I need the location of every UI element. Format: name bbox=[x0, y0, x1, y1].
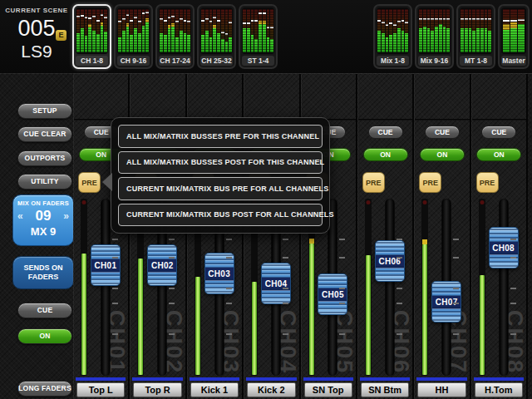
meter-bar bbox=[377, 9, 381, 52]
setup-button[interactable]: SETUP bbox=[17, 103, 72, 119]
fader-cap[interactable]: CH05 bbox=[318, 273, 347, 315]
meter-block bbox=[242, 7, 274, 54]
fader-cap[interactable]: CH02 bbox=[147, 244, 177, 286]
meter-tab-ch-1-8[interactable]: CH 1-8 bbox=[72, 4, 111, 69]
fader-scale-tick bbox=[112, 333, 118, 335]
meter-bar bbox=[76, 9, 80, 52]
meter-bar bbox=[431, 9, 434, 52]
channel-color-bar bbox=[132, 377, 182, 381]
channel-strip-ch06: CUE ON PRE CH06 CH06 SN Btm bbox=[357, 74, 414, 399]
meter-fill bbox=[366, 255, 371, 375]
fader-track[interactable] bbox=[499, 199, 508, 376]
channel-name-button[interactable]: Top R bbox=[133, 382, 181, 397]
meter-bar bbox=[118, 9, 121, 52]
fader-track[interactable] bbox=[385, 199, 394, 376]
fader-cap-ridges bbox=[262, 264, 290, 278]
mix-on-faders-panel[interactable]: MIX ON FADERS « 09 » MX 9 bbox=[12, 195, 74, 246]
meter-fill bbox=[480, 275, 485, 375]
channel-name-button[interactable]: HH bbox=[417, 382, 466, 397]
channel-cue-button[interactable]: CUE bbox=[481, 126, 516, 139]
channel-name-button[interactable]: H.Tom bbox=[475, 382, 523, 397]
channel-name-button[interactable]: Top L bbox=[76, 382, 125, 397]
channel-on-button[interactable]: ON bbox=[420, 148, 465, 161]
channel-pre-badge[interactable]: PRE bbox=[419, 172, 441, 193]
meter-bar bbox=[92, 9, 96, 52]
meter-bar bbox=[393, 9, 397, 52]
meter-bar bbox=[472, 9, 475, 52]
meter-bar bbox=[461, 9, 464, 52]
fader-zone: CH08 CH08 bbox=[472, 197, 526, 377]
meter-bar bbox=[88, 9, 91, 52]
meter-bar bbox=[435, 9, 438, 52]
channel-pre-badge[interactable]: PRE bbox=[476, 172, 499, 193]
popup-item-3[interactable]: CURRENT MIX/MATRIX BUS PRE FOR ALL CHANN… bbox=[118, 177, 323, 200]
channel-on-button[interactable]: ON bbox=[476, 148, 521, 161]
fader-scale-tick bbox=[226, 333, 232, 335]
meter-tabs-output: Mix 1-8Mix 9-16MT 1-8Master bbox=[373, 4, 530, 69]
channel-color-bar bbox=[76, 377, 126, 381]
channel-name-button[interactable]: Kick 1 bbox=[190, 382, 239, 397]
long-faders-button[interactable]: LONG FADERS bbox=[17, 381, 72, 397]
meter-tab-label: Master bbox=[501, 56, 526, 66]
popup-item-2[interactable]: ALL MIX/MATRIX BUSSES POST FOR THIS CHAN… bbox=[118, 151, 323, 175]
fader-scale-tick bbox=[339, 303, 345, 304]
fader-cap[interactable]: CH08 bbox=[489, 227, 519, 268]
meter-tab-mix-9-16[interactable]: Mix 9-16 bbox=[415, 4, 454, 69]
meter-tab-label: CH 17-24 bbox=[159, 56, 191, 66]
meter-fill bbox=[195, 277, 200, 375]
sends-on-faders-button[interactable]: SENDS ONFADERS bbox=[12, 256, 74, 289]
channel-pre-badge[interactable]: PRE bbox=[78, 172, 101, 193]
channel-strip-ch08: CUE ON PRE CH08 CH08 H.Tom bbox=[471, 74, 528, 399]
utility-button[interactable]: UTILITY bbox=[17, 174, 72, 190]
fader-track[interactable] bbox=[101, 199, 110, 376]
fader-cap-ridges bbox=[432, 307, 461, 321]
fader-cap[interactable]: CH01 bbox=[91, 244, 121, 286]
outports-button[interactable]: OUTPORTS bbox=[17, 150, 72, 166]
channel-pre-badge[interactable]: PRE bbox=[362, 172, 385, 193]
channel-name-button[interactable]: SN Btm bbox=[361, 382, 409, 397]
meter-tab-label: MT 1-8 bbox=[460, 56, 492, 66]
meter-tab-st-1-4[interactable]: ST 1-4 bbox=[239, 4, 278, 69]
fader-scale-tick bbox=[112, 239, 118, 240]
meter-block bbox=[501, 7, 526, 54]
meter-tab-mt-1-8[interactable]: MT 1-8 bbox=[456, 4, 495, 69]
fader-scale-tick bbox=[510, 288, 516, 289]
mix-prev-chevron-icon[interactable]: « bbox=[17, 210, 23, 222]
fader-cap-ridges bbox=[205, 278, 234, 293]
meter-tab-mix-1-8[interactable]: Mix 1-8 bbox=[373, 4, 412, 69]
popup-item-1[interactable]: ALL MIX/MATRIX BUSSES PRE FOR THIS CHANN… bbox=[118, 125, 323, 148]
fader-scale-tick bbox=[510, 333, 516, 335]
meter-tab-ch-17-24[interactable]: CH 17-24 bbox=[155, 4, 195, 69]
channel-on-button[interactable]: ON bbox=[363, 148, 408, 161]
sidebar-cue-button[interactable]: CUE bbox=[17, 303, 72, 318]
meter-bar bbox=[254, 9, 258, 52]
meter-bar bbox=[401, 9, 405, 52]
fader-cap[interactable]: CH04 bbox=[261, 263, 291, 304]
channel-cue-button[interactable]: CUE bbox=[425, 126, 460, 139]
meter-fill bbox=[81, 254, 86, 375]
meter-tab-master[interactable]: Master bbox=[498, 4, 530, 69]
meter-bar bbox=[160, 9, 163, 52]
cue-clear-button[interactable]: CUE CLEAR bbox=[17, 126, 72, 142]
fader-scale-tick bbox=[283, 239, 288, 240]
mix-next-chevron-icon[interactable]: » bbox=[63, 210, 69, 222]
meter-bar bbox=[164, 9, 167, 52]
fader-cap[interactable]: CH06 bbox=[375, 240, 405, 282]
meter-bar bbox=[251, 9, 254, 52]
channel-name-button[interactable]: SN Top bbox=[304, 382, 352, 397]
channel-cue-button[interactable]: CUE bbox=[368, 126, 403, 139]
meter-tab-ch-25-32[interactable]: CH 25-32 bbox=[197, 4, 236, 69]
fader-scale-tick bbox=[510, 257, 516, 259]
channel-name-button[interactable]: Kick 2 bbox=[247, 382, 295, 397]
meter-bar bbox=[423, 9, 426, 52]
sidebar-on-button[interactable]: ON bbox=[17, 328, 72, 344]
channel-color-bar bbox=[360, 377, 410, 381]
channel-color-bar bbox=[416, 377, 466, 381]
fader-scale-tick bbox=[226, 288, 232, 289]
meter-tab-ch-9-16[interactable]: CH 9-16 bbox=[114, 4, 153, 69]
meter-bar bbox=[382, 9, 385, 52]
meter-tab-label: Mix 1-8 bbox=[377, 56, 409, 66]
meter-block bbox=[76, 7, 108, 54]
meter-bar bbox=[209, 9, 213, 52]
popup-item-4[interactable]: CURRENT MIX/MATRIX BUS POST FOR ALL CHAN… bbox=[118, 204, 323, 227]
